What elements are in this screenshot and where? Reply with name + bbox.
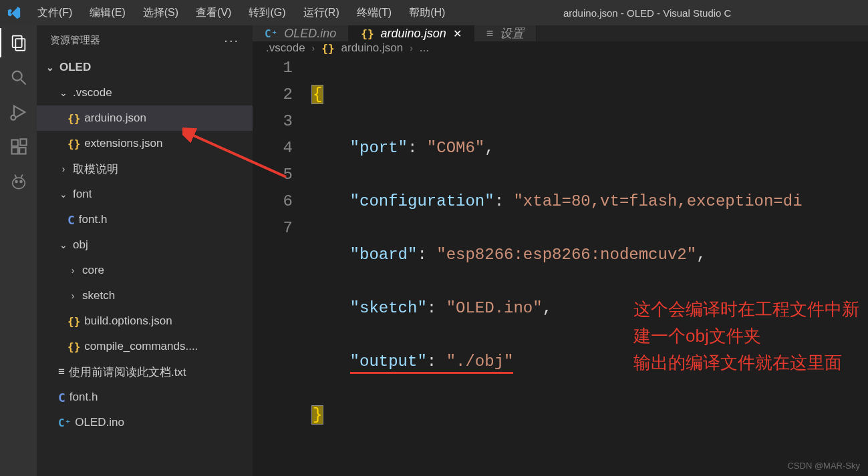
explorer-header: 资源管理器 ··· (37, 25, 253, 55)
c-file-icon: C (58, 391, 65, 405)
tree-file-oled-ino[interactable]: C⁺OLED.ino (37, 410, 253, 435)
menu-select[interactable]: 选择(S) (135, 2, 186, 24)
window-title: arduino.json - OLED - Visual Studio C (453, 7, 868, 19)
menu-view[interactable]: 查看(V) (188, 2, 239, 24)
run-debug-icon[interactable] (9, 103, 28, 122)
text-file-icon: ≡ (58, 365, 65, 379)
tree-folder-qumo[interactable]: ›取模说明 (37, 156, 253, 182)
svg-line-3 (21, 80, 25, 85)
tree-file-font-h-root[interactable]: Cfont.h (37, 385, 253, 410)
menu-terminal[interactable]: 终端(T) (349, 2, 400, 24)
tree-folder-sketch[interactable]: ›sketch (37, 283, 253, 308)
cpp-file-icon: C⁺ (58, 417, 71, 429)
more-actions-icon[interactable]: ··· (224, 33, 239, 48)
tree-folder-core[interactable]: ›core (37, 258, 253, 283)
json-icon: {} (361, 27, 374, 40)
tree-root[interactable]: ⌄OLED (37, 55, 253, 80)
code-content[interactable]: { "port": "COM6", "configuration": "xtal… (311, 55, 868, 476)
breadcrumb[interactable]: .vscode › {} arduino.json › ... (253, 41, 868, 55)
sidebar-explorer: 资源管理器 ··· ⌄OLED ⌄.vscode {}arduino.json … (37, 25, 253, 476)
tree-file-font-h[interactable]: Cfont.h (37, 207, 253, 232)
tab-oled-ino[interactable]: C⁺OLED.ino (253, 25, 349, 41)
json-icon: {} (67, 315, 80, 328)
svg-rect-1 (15, 39, 25, 50)
json-icon: {} (67, 138, 80, 150)
tab-arduino-json[interactable]: {}arduino.json✕ (349, 25, 474, 41)
editor-area: C⁺OLED.ino {}arduino.json✕ ≡设置 .vscode ›… (253, 25, 868, 476)
c-file-icon: C (67, 213, 75, 227)
explorer-icon[interactable] (9, 33, 28, 52)
tree-file-readme[interactable]: ≡使用前请阅读此文档.txt (37, 359, 253, 385)
svg-rect-6 (11, 140, 17, 146)
svg-point-12 (20, 181, 22, 183)
svg-rect-8 (19, 148, 25, 154)
menu-edit[interactable]: 编辑(E) (82, 2, 133, 24)
cpp-file-icon: C⁺ (265, 27, 277, 40)
search-icon[interactable] (9, 68, 28, 87)
platformio-icon[interactable] (9, 172, 28, 191)
tree-folder-font[interactable]: ⌄font (37, 182, 253, 207)
json-icon: {} (67, 340, 80, 353)
breadcrumb-tail[interactable]: ... (420, 41, 429, 55)
json-icon: {} (67, 112, 80, 125)
settings-icon: ≡ (486, 27, 494, 41)
menu-file[interactable]: 文件(F) (29, 2, 80, 24)
json-icon: {} (321, 42, 334, 55)
extensions-icon[interactable] (9, 138, 28, 156)
file-tree: ⌄OLED ⌄.vscode {}arduino.json {}extensio… (37, 55, 253, 435)
close-tab-icon[interactable]: ✕ (453, 27, 462, 40)
code-editor[interactable]: 1 2 3 4 5 6 7 { "port": "COM6", "configu… (253, 55, 868, 476)
watermark: CSDN @MAR-Sky (787, 461, 860, 471)
svg-rect-0 (12, 36, 21, 48)
annotation-text: 这个会编译时在工程文件中新建一个obj文件夹 输出的编译文件就在这里面 (633, 296, 868, 376)
svg-rect-7 (11, 148, 17, 154)
menu-bar: 文件(F) 编辑(E) 选择(S) 查看(V) 转到(G) 运行(R) 终端(T… (29, 2, 453, 24)
tree-folder-obj[interactable]: ⌄obj (37, 232, 253, 258)
tree-file-build-options[interactable]: {}build.options.json (37, 308, 253, 334)
tree-file-arduino-json[interactable]: {}arduino.json (37, 105, 253, 131)
menu-goto[interactable]: 转到(G) (241, 2, 293, 24)
breadcrumb-file[interactable]: arduino.json (341, 41, 404, 55)
svg-point-5 (11, 115, 15, 120)
svg-line-14 (21, 175, 22, 178)
line-number-gutter: 1 2 3 4 5 6 7 (253, 55, 311, 476)
svg-rect-9 (20, 139, 26, 145)
svg-point-10 (12, 178, 25, 188)
svg-point-11 (15, 181, 17, 183)
menu-run[interactable]: 运行(R) (295, 2, 347, 24)
chevron-right-icon: › (312, 43, 315, 53)
titlebar: 文件(F) 编辑(E) 选择(S) 查看(V) 转到(G) 运行(R) 终端(T… (0, 0, 868, 25)
tab-settings[interactable]: ≡设置 (474, 25, 537, 41)
breadcrumb-folder[interactable]: .vscode (266, 41, 305, 55)
activity-bar (0, 25, 37, 476)
svg-point-2 (12, 71, 21, 81)
menu-help[interactable]: 帮助(H) (401, 2, 453, 24)
explorer-title: 资源管理器 (50, 34, 100, 47)
svg-line-13 (15, 175, 16, 178)
tree-file-compile-commands[interactable]: {}compile_commands.... (37, 334, 253, 359)
editor-tabs: C⁺OLED.ino {}arduino.json✕ ≡设置 (253, 25, 868, 41)
chevron-right-icon: › (410, 43, 413, 53)
tree-folder-vscode[interactable]: ⌄.vscode (37, 80, 253, 105)
vscode-logo-icon (5, 4, 23, 21)
tree-file-extensions-json[interactable]: {}extensions.json (37, 131, 253, 156)
